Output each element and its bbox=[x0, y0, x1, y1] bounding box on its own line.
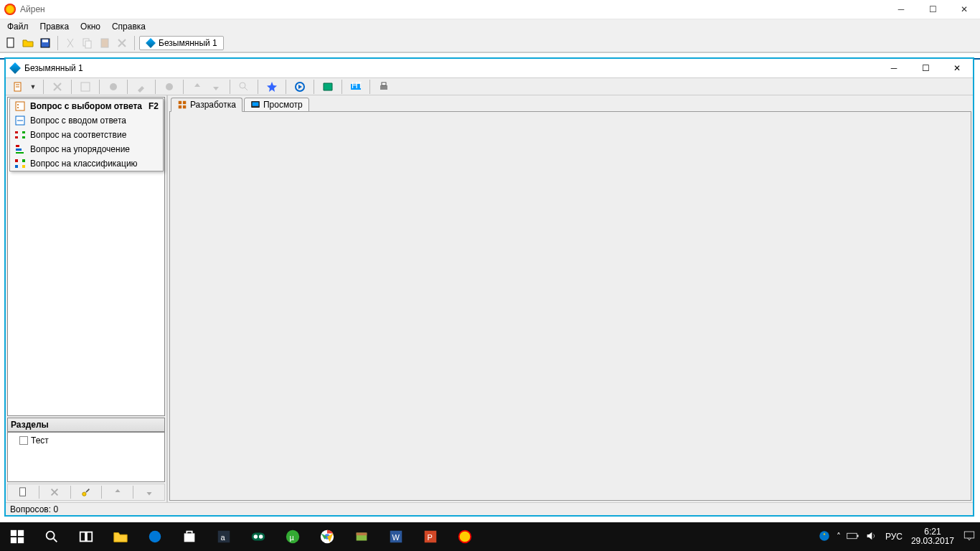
store-icon[interactable] bbox=[172, 522, 207, 551]
move-down-icon bbox=[133, 484, 164, 500]
menu-item-label: Вопрос с вводом ответа bbox=[30, 116, 126, 126]
action-center-icon[interactable] bbox=[963, 529, 976, 545]
sections-toolbar bbox=[7, 484, 165, 501]
dropdown-arrow-icon[interactable]: ▼ bbox=[29, 83, 37, 90]
task-view-icon[interactable] bbox=[69, 522, 103, 551]
winrar-icon[interactable] bbox=[344, 522, 379, 551]
menu-file[interactable]: Файл bbox=[3, 20, 33, 33]
svg-rect-26 bbox=[16, 152, 24, 154]
menu-item-input[interactable]: Вопрос с вводом ответа bbox=[10, 113, 163, 128]
app-icon bbox=[4, 4, 16, 15]
down-arrow-icon bbox=[208, 79, 224, 95]
maximize-button[interactable]: ☐ bbox=[917, 0, 948, 19]
cut-icon bbox=[62, 35, 78, 51]
menu-item-label: Вопрос на упорядочение bbox=[30, 144, 130, 154]
properties-icon[interactable] bbox=[71, 484, 102, 500]
sections-header: Разделы bbox=[7, 418, 165, 432]
child-window: Безымянный 1 ─ ☐ ✕ ▼ HTML bbox=[4, 57, 974, 517]
book-icon[interactable] bbox=[320, 79, 336, 95]
menu-item-match[interactable]: Вопрос на соответствие bbox=[10, 128, 163, 142]
svg-text:P: P bbox=[427, 533, 432, 542]
explorer-icon[interactable] bbox=[103, 522, 138, 551]
child-minimize-button[interactable]: ─ bbox=[878, 59, 910, 77]
svg-rect-45 bbox=[87, 532, 92, 542]
order-icon bbox=[14, 143, 26, 155]
utorrent-icon[interactable]: µ bbox=[275, 522, 310, 551]
tray-clock[interactable]: 6:21 29.03.2017 bbox=[911, 527, 954, 546]
delete-question-icon bbox=[50, 79, 65, 95]
svg-text:W: W bbox=[392, 533, 400, 542]
open-file-icon[interactable] bbox=[20, 35, 36, 51]
tab-develop[interactable]: Разработка bbox=[171, 98, 242, 112]
menu-item-choice[interactable]: Вопрос с выбором ответа F2 bbox=[10, 99, 163, 113]
child-maximize-button[interactable]: ☐ bbox=[910, 59, 941, 77]
svg-rect-38 bbox=[253, 103, 259, 106]
child-titlebar: Безымянный 1 ─ ☐ ✕ bbox=[6, 59, 973, 77]
search-icon bbox=[236, 79, 252, 95]
tripadvisor-icon[interactable] bbox=[241, 522, 275, 551]
svg-rect-20 bbox=[15, 131, 18, 133]
tray-lang[interactable]: РУС bbox=[885, 532, 903, 542]
classify-icon bbox=[14, 158, 26, 169]
menu-edit[interactable]: Правка bbox=[36, 20, 74, 33]
svg-rect-35 bbox=[179, 105, 182, 108]
amazon-icon[interactable]: a bbox=[207, 522, 241, 551]
sections-tree[interactable]: Тест bbox=[7, 432, 165, 482]
html-icon[interactable]: HTML bbox=[348, 79, 364, 95]
airen-taskbar-icon[interactable] bbox=[448, 522, 482, 551]
svg-rect-25 bbox=[16, 149, 22, 151]
powerpoint-icon[interactable]: P bbox=[413, 522, 448, 551]
menu-help[interactable]: Справка bbox=[108, 20, 150, 33]
move-up-icon bbox=[102, 484, 133, 500]
shield-icon[interactable] bbox=[818, 529, 831, 545]
right-pane: Разработка Просмотр bbox=[168, 95, 973, 502]
search-icon[interactable] bbox=[34, 522, 69, 551]
document-tab[interactable]: Безымянный 1 bbox=[139, 36, 224, 50]
diamond-icon bbox=[9, 62, 21, 74]
chrome-icon[interactable] bbox=[310, 522, 344, 551]
svg-point-64 bbox=[819, 531, 829, 541]
chevron-up-icon[interactable]: ˄ bbox=[837, 532, 841, 542]
statusbar: Вопросов: 0 bbox=[6, 502, 973, 515]
battery-icon[interactable] bbox=[847, 531, 859, 543]
child-close-button[interactable]: ✕ bbox=[941, 59, 973, 77]
word-icon[interactable]: W bbox=[379, 522, 413, 551]
menu-window[interactable]: Окно bbox=[76, 20, 105, 33]
minimize-button[interactable]: ─ bbox=[885, 0, 917, 19]
svg-rect-24 bbox=[16, 145, 19, 147]
edge-icon[interactable] bbox=[138, 522, 172, 551]
menu-item-order[interactable]: Вопрос на упорядочение bbox=[10, 142, 163, 156]
question-type-menu: Вопрос с выбором ответа F2 Вопрос с ввод… bbox=[9, 98, 164, 171]
svg-rect-7 bbox=[81, 83, 90, 91]
status-text: Вопросов: 0 bbox=[10, 504, 58, 514]
print-icon[interactable] bbox=[376, 79, 392, 95]
menu-item-classify[interactable]: Вопрос на классификацию bbox=[10, 156, 163, 171]
tab-label: Разработка bbox=[190, 100, 236, 110]
circle-icon bbox=[161, 79, 177, 95]
preview-icon bbox=[250, 100, 260, 110]
svg-point-52 bbox=[259, 534, 263, 539]
svg-rect-16 bbox=[16, 102, 24, 110]
close-button[interactable]: ✕ bbox=[948, 0, 980, 19]
tabs: Разработка Просмотр bbox=[168, 95, 973, 111]
start-button[interactable] bbox=[0, 522, 34, 551]
svg-point-17 bbox=[17, 104, 19, 105]
new-question-icon[interactable] bbox=[10, 79, 26, 95]
new-file-icon[interactable] bbox=[3, 35, 19, 51]
play-icon[interactable] bbox=[292, 79, 308, 95]
match-icon bbox=[14, 129, 26, 141]
new-section-icon[interactable] bbox=[8, 484, 39, 500]
svg-point-8 bbox=[110, 83, 117, 90]
svg-rect-4 bbox=[85, 41, 91, 48]
question-list[interactable]: Вопрос с выбором ответа F2 Вопрос с ввод… bbox=[7, 97, 165, 416]
star-icon[interactable] bbox=[264, 79, 280, 95]
volume-icon[interactable] bbox=[865, 530, 877, 544]
tab-preview[interactable]: Просмотр bbox=[244, 98, 309, 112]
taskbar: a µ W P ˄ РУС 6:21 29.03.2017 bbox=[0, 522, 980, 551]
save-icon[interactable] bbox=[37, 35, 53, 51]
content-area bbox=[169, 111, 971, 501]
menubar: Файл Правка Окно Справка bbox=[0, 19, 980, 34]
left-pane: Вопрос с выбором ответа F2 Вопрос с ввод… bbox=[6, 95, 168, 502]
svg-rect-42 bbox=[18, 537, 24, 543]
tree-item[interactable]: Тест bbox=[19, 435, 161, 446]
